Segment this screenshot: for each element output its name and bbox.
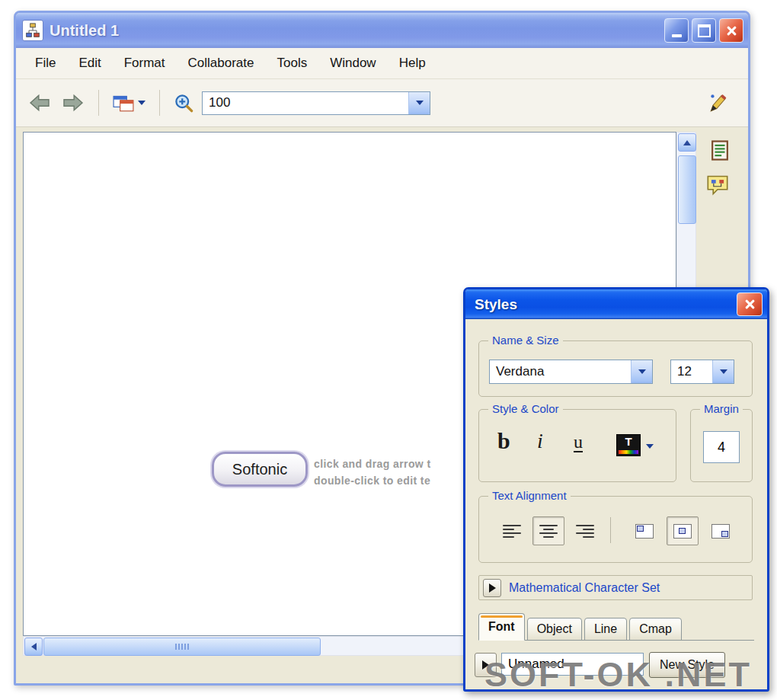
cascade-windows-icon (113, 94, 134, 112)
menu-file[interactable]: File (24, 48, 67, 78)
menu-edit[interactable]: Edit (67, 48, 112, 78)
toolbar: 100 (16, 79, 748, 127)
align-left-button[interactable] (496, 516, 528, 545)
view-mode-button[interactable] (113, 94, 145, 112)
font-dropdown-button[interactable] (631, 360, 652, 383)
margin-label: Margin (700, 402, 743, 415)
toolbar-separator (98, 90, 99, 116)
name-size-label: Name & Size (488, 334, 563, 347)
dialog-body: Name & Size Verdana 12 Style & Color b i… (465, 319, 767, 689)
menu-collaborate[interactable]: Collaborate (177, 48, 266, 78)
expand-arrow-icon (489, 583, 496, 593)
tab-cmap[interactable]: Cmap (629, 618, 682, 641)
math-character-section: Mathematical Character Set (478, 575, 753, 600)
size-combobox[interactable]: 12 (670, 360, 734, 384)
text-color-button[interactable]: T (616, 434, 641, 456)
margin-group: Margin (690, 409, 753, 482)
math-expander-button[interactable] (483, 579, 501, 597)
watermark: SOFT-OK .NET (484, 655, 752, 695)
dialog-title: Styles (475, 296, 734, 313)
close-icon (744, 299, 756, 310)
text-color-letter: T (625, 435, 632, 448)
notes-button[interactable] (708, 138, 732, 162)
menu-window[interactable]: Window (318, 48, 387, 78)
tab-object[interactable]: Object (527, 618, 582, 641)
text-position-right-button[interactable] (705, 516, 737, 545)
close-icon (726, 25, 737, 37)
thumb-grip-icon (175, 644, 189, 650)
style-color-group: Style & Color b i u T (478, 409, 676, 482)
rainbow-stripe-icon (619, 450, 638, 454)
maximize-button[interactable] (692, 18, 716, 43)
tab-font[interactable]: Font (478, 613, 525, 641)
menu-format[interactable]: Format (113, 48, 177, 78)
maximize-icon (698, 24, 711, 37)
arrow-left-icon (31, 643, 37, 650)
forward-button[interactable] (62, 94, 85, 112)
arrow-up-icon (683, 140, 691, 145)
window-title: Untitled 1 (50, 22, 661, 40)
bold-button[interactable]: b (497, 428, 510, 454)
back-button[interactable] (28, 94, 51, 112)
app-icon[interactable] (22, 20, 43, 41)
edit-pencil-button[interactable] (708, 92, 728, 113)
chat-bubble-icon (706, 174, 729, 196)
text-alignment-label: Text Alignment (488, 489, 571, 502)
zoom-icon (174, 93, 194, 113)
horizontal-scroll-thumb[interactable] (43, 638, 321, 656)
tab-line[interactable]: Line (584, 618, 627, 641)
mindmap-icon (25, 23, 40, 38)
vertical-scroll-thumb[interactable] (678, 155, 696, 224)
dialog-close-button[interactable] (737, 292, 763, 316)
dropdown-arrow-icon (720, 369, 727, 374)
align-center-button[interactable] (532, 516, 564, 545)
tab-strip: Font Object Line Cmap (478, 612, 754, 641)
menu-tools[interactable]: Tools (266, 48, 319, 78)
chevron-down-icon (138, 101, 145, 105)
topic-node[interactable]: Softonic (212, 452, 308, 487)
dropdown-arrow-icon (638, 369, 646, 374)
name-size-group: Name & Size Verdana 12 (478, 340, 753, 397)
text-position-center-icon (673, 524, 692, 539)
close-button[interactable] (719, 18, 743, 43)
back-arrow-icon (28, 94, 51, 112)
hint-text-line2: double-click to edit te (314, 475, 430, 487)
titlebar: Untitled 1 (16, 13, 748, 48)
scroll-left-button[interactable] (24, 638, 43, 656)
chat-button[interactable] (705, 173, 730, 197)
styles-dialog: Styles Name & Size Verdana 12 Style & Co… (463, 287, 769, 692)
minimize-button[interactable] (664, 18, 689, 43)
font-combobox[interactable]: Verdana (489, 360, 653, 384)
dropdown-arrow-icon (416, 101, 424, 105)
menu-bar: File Edit Format Collaborate Tools Windo… (16, 48, 748, 79)
zoom-button[interactable] (174, 93, 194, 113)
math-section-label: Mathematical Character Set (509, 581, 660, 595)
zoom-dropdown-button[interactable] (408, 92, 430, 114)
text-position-left-button[interactable] (628, 516, 660, 545)
align-right-icon (576, 525, 594, 538)
align-right-button[interactable] (569, 516, 601, 545)
forward-arrow-icon (62, 94, 85, 112)
size-dropdown-button[interactable] (712, 360, 734, 383)
text-position-right-icon (711, 524, 730, 539)
minimize-icon (672, 34, 682, 37)
menu-help[interactable]: Help (388, 48, 437, 78)
text-color-dropdown-button[interactable] (646, 444, 654, 449)
underline-button[interactable]: u (574, 433, 583, 452)
dialog-titlebar: Styles (465, 289, 767, 319)
scroll-up-button[interactable] (678, 133, 696, 152)
align-left-icon (503, 525, 521, 538)
margin-input[interactable] (703, 431, 740, 463)
text-position-center-button[interactable] (667, 516, 699, 545)
notes-icon (711, 140, 729, 161)
alignment-separator (610, 517, 611, 543)
italic-button[interactable]: i (537, 429, 543, 453)
toolbar-separator (159, 90, 160, 116)
text-alignment-group: Text Alignment (478, 496, 753, 563)
zoom-combobox[interactable]: 100 (202, 91, 430, 115)
style-color-label: Style & Color (488, 402, 563, 415)
hint-text-line1: click and drag arrow t (314, 458, 431, 470)
size-value: 12 (671, 360, 712, 383)
zoom-value: 100 (203, 92, 408, 114)
text-position-left-icon (635, 524, 654, 539)
